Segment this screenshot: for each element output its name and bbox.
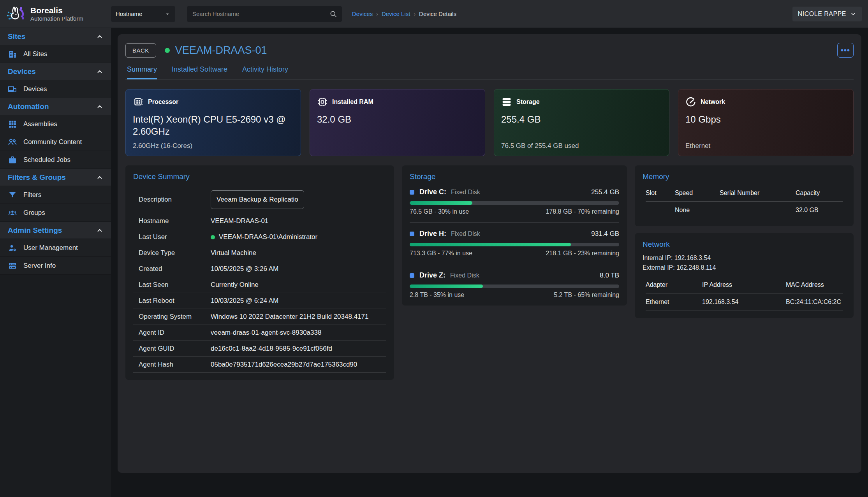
sidebar-section-automation[interactable]: Automation (0, 98, 111, 115)
main-area: BACK VEEAM-DRAAS-01 ••• Summary Installe… (111, 28, 868, 497)
summary-row-device-type: Device Type Virtual Machine (133, 245, 386, 261)
summary-row-hostname: Hostname VEEAM-DRAAS-01 (133, 213, 386, 229)
sidebar-item-assemblies[interactable]: Assemblies (0, 115, 111, 133)
processor-card-footer: 2.60GHz (16-Cores) (133, 142, 192, 150)
memory-cell-capacity: 32.0 GB (796, 201, 843, 219)
drive-name: Drive H: (419, 230, 446, 238)
sidebar-item-devices[interactable]: Devices (0, 80, 111, 98)
external-ip: External IP: 162.248.8.114 (643, 263, 846, 273)
device-summary-table: Description Hostname VEEAM-DRAAS-01 Last… (133, 186, 386, 373)
summary-row-label: Description (139, 196, 211, 204)
drive-used-label: 76.5 GB - 30% in use (410, 208, 469, 215)
network-panel-title: Network (643, 240, 846, 249)
tab-activity-history[interactable]: Activity History (242, 65, 288, 79)
summary-row-value: Currently Online (211, 281, 259, 289)
breadcrumb: Devices › Device List › Device Details (352, 11, 456, 17)
tab-installed-software[interactable]: Installed Software (172, 65, 227, 79)
chevron-up-icon (96, 103, 103, 110)
summary-row-label: Last User (139, 233, 211, 241)
tab-summary[interactable]: Summary (127, 65, 157, 79)
network-card-value: 10 Gbps (685, 113, 846, 125)
network-card-label: Network (701, 98, 725, 105)
summary-row-label: Device Type (139, 249, 211, 257)
building-icon (8, 49, 17, 59)
drive-name: Drive Z: (419, 271, 445, 279)
hostname-filter-dropdown[interactable]: Hostname (111, 6, 175, 22)
summary-row-value: 05ba0e7935171d626ecea29b27d7ae175363cd90 (211, 361, 357, 369)
memory-header-slot: Slot (646, 187, 675, 201)
summary-row-value: Virtual Machine (211, 249, 256, 257)
internal-ip: Internal IP: 192.168.3.54 (643, 253, 846, 263)
brand-text: Borealis Automation Platform (30, 6, 83, 21)
sidebar-section-sites[interactable]: Sites (0, 28, 111, 45)
drive-name: Drive C: (419, 188, 446, 196)
drive-h-block: Drive H: Fixed Disk 931.4 GB 713.3 GB - … (410, 222, 619, 257)
memory-table: Slot Speed Serial Number Capacity None 3… (643, 187, 846, 219)
memory-panel: Memory Slot Speed Serial Number Capacity… (635, 165, 854, 226)
installed-ram-card: Installed RAM 32.0 GB (310, 89, 485, 156)
storage-panel: Storage Drive C: Fixed Disk 255.4 GB 76.… (402, 165, 627, 306)
borealis-logo-rabbit-icon (5, 4, 26, 24)
processor-card: Processor Intel(R) Xeon(R) CPU E5-2690 v… (125, 89, 301, 156)
sidebar-item-filters[interactable]: Filters (0, 186, 111, 204)
more-actions-button[interactable]: ••• (837, 43, 854, 58)
breadcrumb-separator: › (414, 11, 416, 17)
drive-type: Fixed Disk (450, 272, 479, 279)
top-bar: Borealis Automation Platform Hostname De… (0, 0, 868, 28)
summary-row-value: 10/03/2025 @ 6:24 AM (211, 297, 278, 305)
drive-used-label: 2.8 TB - 35% in use (410, 292, 464, 299)
device-name-title: VEEAM-DRAAS-01 (175, 44, 267, 56)
online-dot (211, 235, 215, 239)
sidebar-section-label: Sites (8, 32, 25, 41)
search-box (187, 6, 342, 22)
sidebar-item-label: Devices (23, 85, 47, 93)
chevron-down-icon (164, 11, 171, 17)
user-name: NICOLE RAPPE (798, 11, 846, 18)
network-panel: Network Internal IP: 192.168.3.54 Extern… (635, 233, 854, 318)
back-button[interactable]: BACK (125, 43, 156, 58)
memory-header-capacity: Capacity (796, 187, 843, 201)
sidebar-item-label: User Management (23, 244, 78, 252)
devices-icon (8, 84, 17, 94)
processor-card-value: Intel(R) Xeon(R) CPU E5-2690 v3 @ 2.60GH… (133, 113, 294, 137)
sidebar-item-label: Community Content (23, 138, 82, 146)
network-header-ip: IP Address (702, 279, 786, 293)
user-gear-icon (8, 243, 17, 253)
memory-cell-speed: None (675, 201, 720, 219)
right-column: Memory Slot Speed Serial Number Capacity… (635, 165, 854, 318)
sidebar-item-scheduled-jobs[interactable]: Scheduled Jobs (0, 151, 111, 169)
sidebar-item-label: Groups (23, 209, 45, 217)
sidebar-item-user-management[interactable]: User Management (0, 239, 111, 257)
sidebar-section-devices[interactable]: Devices (0, 63, 111, 80)
storage-card-label: Storage (516, 98, 540, 105)
sidebar-item-server-info[interactable]: Server Info (0, 257, 111, 275)
sidebar-item-groups[interactable]: Groups (0, 204, 111, 222)
drive-c-block: Drive C: Fixed Disk 255.4 GB 76.5 GB - 3… (410, 181, 619, 215)
summary-row-value: veeam-draas-01-agent-svc-8930a338 (211, 329, 321, 337)
network-cell-mac: BC:24:11:CA:C6:2C (786, 293, 843, 311)
search-input[interactable] (187, 6, 342, 22)
storage-card-footer: 76.5 GB of 255.4 GB used (501, 142, 579, 150)
network-card-footer: Ethernet (685, 142, 710, 150)
user-menu-button[interactable]: NICOLE RAPPE (792, 7, 862, 21)
storage-panel-title: Storage (410, 172, 619, 181)
breadcrumb-device-details: Device Details (419, 11, 456, 17)
sidebar-section-label: Automation (8, 102, 49, 111)
summary-row-operating-system: Operating System Windows 10 2022 Datacen… (133, 309, 386, 325)
breadcrumb-device-list[interactable]: Device List (382, 11, 410, 17)
summary-row-last-seen: Last Seen Currently Online (133, 277, 386, 293)
network-header-mac: MAC Address (786, 279, 843, 293)
sidebar-section-filters-groups[interactable]: Filters & Groups (0, 169, 111, 186)
breadcrumb-devices[interactable]: Devices (352, 11, 373, 17)
sidebar-item-label: Server Info (23, 262, 56, 270)
network-adapter-table: Adapter IP Address MAC Address Ethernet … (643, 279, 846, 311)
sidebar-item-community-content[interactable]: Community Content (0, 133, 111, 151)
summary-row-agent-id: Agent ID veeam-draas-01-agent-svc-8930a3… (133, 325, 386, 341)
sidebar-item-all-sites[interactable]: All Sites (0, 45, 111, 63)
summary-row-agent-guid: Agent GUID de16c0c1-8aa2-4d18-9585-9ce91… (133, 341, 386, 357)
sidebar-section-label: Filters & Groups (8, 173, 66, 182)
device-summary-panel: Device Summary Description Hostname VEEA… (125, 165, 394, 380)
description-input[interactable] (211, 190, 304, 209)
brand: Borealis Automation Platform (0, 4, 111, 24)
sidebar-section-admin-settings[interactable]: Admin Settings (0, 222, 111, 239)
